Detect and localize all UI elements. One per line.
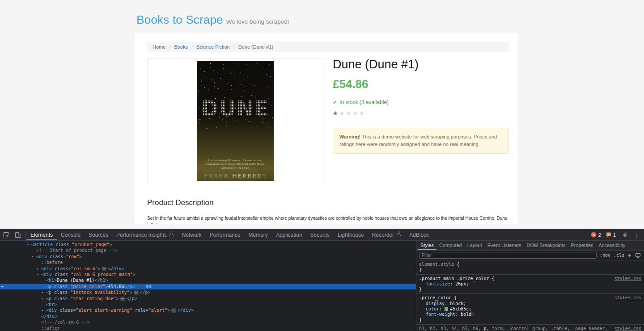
site-title-link[interactable]: Books to Scrape <box>136 13 223 26</box>
css-selector[interactable]: .product_main .price_color { <box>419 276 611 281</box>
devtools-tab-performance[interactable]: Performance <box>206 229 245 240</box>
dom-tree-row[interactable]: ::before <box>0 260 416 265</box>
expand-arrow-icon[interactable]: ▸ <box>42 289 44 295</box>
dom-token: class= <box>52 272 71 277</box>
css-declaration[interactable]: font-weight: bold; <box>419 312 641 317</box>
console-errors-badge[interactable]: 2 <box>591 232 601 238</box>
sidebar-tab-accessibility[interactable]: Accessibility <box>596 241 628 250</box>
css-rule[interactable]: element.style {} <box>416 260 644 275</box>
tab-label: Elements <box>30 232 53 238</box>
breadcrumb-item-science-fiction[interactable]: Science Fiction <box>196 44 230 50</box>
collapse-arrow-icon[interactable]: ▾ <box>32 254 34 260</box>
devtools-tab-application[interactable]: Application <box>272 229 306 240</box>
tab-label: Console <box>61 232 80 238</box>
sidebar-tab-event-listeners[interactable]: Event Listeners <box>485 241 524 250</box>
collapse-arrow-icon[interactable]: ▾ <box>37 272 39 277</box>
dom-token: class= <box>51 284 70 289</box>
dom-tree-row[interactable]: <hr> <box>0 302 416 307</box>
error-circle-icon <box>591 232 597 238</box>
breadcrumb: Home/Books/Science Fiction/Dune (Dune #1… <box>147 42 509 52</box>
dom-token: </p> <box>140 290 151 295</box>
stylesheet-link[interactable]: styles.css <box>614 295 641 301</box>
dom-tree-row[interactable]: <!-- Start of product page --> <box>0 247 416 253</box>
dom-tree-row[interactable]: <h1>Dune (Dune #1)</h1> <box>0 277 416 283</box>
elements-tree: ▾<article class="product_page"><!-- Star… <box>0 241 416 331</box>
color-swatch[interactable] <box>445 307 448 311</box>
collapsed-content-ellipsis[interactable]: ⋯ <box>134 290 139 295</box>
dom-tree-row[interactable]: <!-- /col-sm-6 --> <box>0 319 416 325</box>
devtools-tab-recorder[interactable]: Recorder <box>368 229 405 240</box>
node-menu-dots-icon[interactable]: ⋯ <box>1 284 3 289</box>
devtools-tab-network[interactable]: Network <box>178 229 206 240</box>
devtools-tab-elements[interactable]: Elements <box>26 229 57 240</box>
inspect-element-icon[interactable] <box>0 229 12 240</box>
dom-token: == $0 <box>135 284 151 289</box>
tab-label: Lighthouse <box>338 232 364 238</box>
collapsed-content-ellipsis[interactable]: ⋯ <box>120 297 125 301</box>
css-declaration[interactable]: color: #5cb85c; <box>419 306 641 312</box>
tab-label: Performance insights <box>116 232 167 238</box>
expand-arrow-icon[interactable]: ▸ <box>42 296 44 302</box>
dom-tree-row[interactable]: ▾<article class="product_page"> <box>0 242 416 247</box>
devtools-tab-adblock[interactable]: AdBlock <box>405 229 433 240</box>
dom-tree-row[interactable]: ▸<div class="col-sm-6">⋯</div> <box>0 266 416 272</box>
check-icon: ✓ <box>333 99 337 105</box>
rendering-emulations-icon[interactable] <box>634 250 641 261</box>
devtools-tab-security[interactable]: Security <box>306 229 334 240</box>
css-property-value: bold <box>461 312 471 317</box>
css-rule[interactable]: .price_color {styles.cssdisplay: block;c… <box>416 294 644 324</box>
devtools-tab-console[interactable]: Console <box>57 229 85 240</box>
styles-toolbar: :hov .cls + <box>416 251 644 260</box>
new-style-rule-button[interactable]: + <box>627 253 631 258</box>
more-options-icon[interactable]: ⋮ <box>634 232 640 238</box>
stylesheet-link[interactable]: styles.css <box>614 326 641 331</box>
issues-badge[interactable]: 1 <box>606 232 616 238</box>
devtools-tab-performance-insights[interactable]: Performance insights <box>112 229 178 240</box>
css-declaration[interactable]: display: block; <box>419 301 641 306</box>
tab-label: Security <box>310 232 330 238</box>
dom-tree-row[interactable]: ▾<div class="row"> <box>0 254 416 260</box>
expand-arrow-icon[interactable]: ▸ <box>42 307 44 313</box>
dom-tree-row[interactable]: ▾<div class="col-sm-6 product_main"> <box>0 272 416 277</box>
collapsed-content-ellipsis[interactable]: ⋯ <box>102 267 107 271</box>
css-rule[interactable]: .product_main .price_color {styles.cssfo… <box>416 275 644 294</box>
settings-gear-icon[interactable] <box>621 229 629 240</box>
dom-tree-row[interactable]: </div> <box>0 314 416 319</box>
dom-tree-row[interactable]: ::after <box>0 325 416 331</box>
dom-tree-row[interactable]: ▸<p class="star-rating One">⋯</p> <box>0 296 416 302</box>
breadcrumb-item-books[interactable]: Books <box>174 44 188 50</box>
devtools-tab-lighthouse[interactable]: Lighthouse <box>334 229 368 240</box>
device-toolbar-icon[interactable] <box>12 229 24 240</box>
css-selector[interactable]: h1, h2, h3, h4, h5, h6, p, form, .contro… <box>419 326 611 331</box>
sidebar-tab-computed[interactable]: Computed <box>436 241 465 250</box>
breadcrumb-item-dune-dune-1-: Dune (Dune #1) <box>238 44 273 50</box>
sidebar-tab-styles[interactable]: Styles <box>418 241 436 250</box>
toggle-element-state-button[interactable]: :hov <box>600 253 610 258</box>
devtools-tab-memory[interactable]: Memory <box>245 229 272 240</box>
stylesheet-link[interactable]: styles.css <box>614 276 641 281</box>
css-selector[interactable]: .price_color { <box>419 295 611 301</box>
warning-alert-title: Warning! <box>339 134 360 139</box>
availability-text: In stock (3 available) <box>339 99 389 105</box>
dom-token: > <box>167 308 170 313</box>
tab-label: AdBlock <box>409 232 429 238</box>
dom-tree-row[interactable]: ▸<div class="alert alert-warning" role="… <box>0 307 416 313</box>
collapsed-content-ellipsis[interactable]: ⋯ <box>171 308 176 313</box>
dom-token: ::before <box>41 260 63 265</box>
css-selector[interactable]: element.style { <box>419 262 641 267</box>
css-rule[interactable]: h1, h2, h3, h4, h5, h6, p, form, .contro… <box>416 325 644 331</box>
sidebar-tab-layout[interactable]: Layout <box>465 241 485 250</box>
sidebar-tab-dom-breakpoints[interactable]: DOM Breakpoints <box>524 241 568 250</box>
sidebar-tab-properties[interactable]: Properties <box>568 241 596 250</box>
dom-token: > <box>130 290 132 295</box>
devtools-tab-sources[interactable]: Sources <box>85 229 112 240</box>
breadcrumb-item-home[interactable]: Home <box>153 44 165 50</box>
dom-tree-row[interactable]: ▸<p class="instock availability">⋯</p> <box>0 289 416 295</box>
styles-filter-input[interactable] <box>419 252 597 259</box>
dom-token: class= <box>47 254 66 259</box>
collapse-arrow-icon[interactable]: ▾ <box>27 242 29 247</box>
dom-tree-row[interactable]: ⋯<p class="price_color">£54.86</p> == $0 <box>0 284 416 289</box>
css-declaration[interactable]: font-size: 26px; <box>419 281 641 287</box>
element-classes-button[interactable]: .cls <box>614 253 624 258</box>
expand-arrow-icon[interactable]: ▸ <box>37 266 39 272</box>
